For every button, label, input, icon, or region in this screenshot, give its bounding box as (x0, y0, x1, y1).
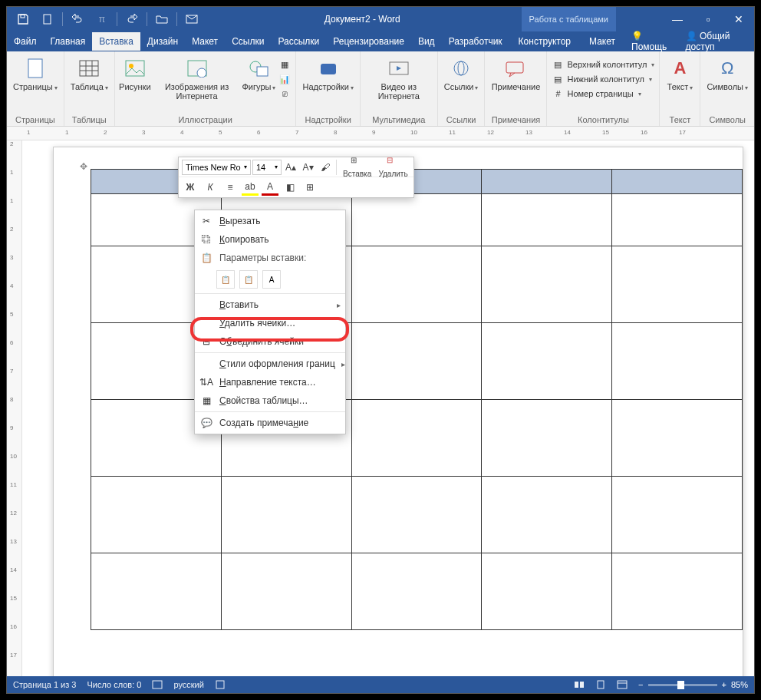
tab-design[interactable]: Дизайн (140, 32, 185, 51)
pi-icon[interactable]: π (91, 8, 114, 30)
tab-references[interactable]: Ссылки (225, 32, 271, 51)
vertical-ruler[interactable]: 2112345678910111213141516171819 (7, 140, 22, 676)
svg-point-12 (197, 68, 206, 78)
align-button[interactable]: ≡ (222, 179, 239, 196)
footer-label: Нижний колонтитул (567, 74, 644, 84)
pages-button[interactable]: Страницы (10, 54, 61, 94)
table-icon (78, 59, 100, 78)
status-words[interactable]: Число слов: 0 (87, 680, 141, 689)
ctx-delete-cells[interactable]: Удалить ячейки… (195, 314, 345, 332)
undo-icon[interactable] (66, 8, 89, 30)
pagenum-button[interactable]: #Номер страницы (550, 87, 656, 101)
tab-file[interactable]: Файл (7, 32, 44, 51)
zoom-level[interactable]: 85% (731, 680, 748, 689)
pictures-button[interactable]: Рисунки (118, 54, 152, 93)
ctx-new-comment[interactable]: 💬Создать примечание (195, 414, 345, 432)
save-icon[interactable] (12, 8, 35, 30)
tab-view[interactable]: Вид (411, 32, 442, 51)
online-video-button[interactable]: Видео из Интернета (364, 54, 434, 102)
tab-layout[interactable]: Макет (185, 32, 225, 51)
screenshot-button[interactable]: ⎚ (277, 87, 292, 101)
zoom-slider[interactable] (648, 684, 717, 686)
italic-button[interactable]: К (202, 179, 219, 196)
view-web-layout[interactable] (617, 679, 628, 690)
table-row[interactable] (91, 553, 743, 630)
symbols-button[interactable]: Ω Символы (703, 54, 751, 94)
new-icon[interactable] (36, 8, 59, 30)
bold-button[interactable]: Ж (182, 179, 199, 196)
ctx-paste-label: Параметры вставки: (219, 253, 341, 263)
table-row[interactable] (91, 477, 743, 553)
document-page[interactable]: ✥ (53, 147, 743, 676)
status-spell[interactable] (152, 679, 163, 690)
ctx-insert[interactable]: Вставить (195, 296, 345, 314)
view-print-layout[interactable] (595, 679, 606, 690)
text-button[interactable]: A Текст (663, 54, 697, 94)
share-label: Общий доступ (686, 31, 730, 52)
ctx-border-styles[interactable]: Стили оформления границ (195, 355, 345, 373)
paste-icon: 📋 (199, 251, 213, 265)
status-page[interactable]: Страница 1 из 3 (13, 680, 76, 689)
paste-text-only[interactable]: A (262, 270, 281, 289)
table-row[interactable] (91, 194, 743, 246)
tab-table-design[interactable]: Конструктор (509, 32, 580, 51)
addins-button[interactable]: Надстройки (299, 54, 356, 94)
shapes-button[interactable]: Фигуры (242, 54, 275, 94)
header-button[interactable]: ▤Верхний колонтитул (550, 58, 656, 71)
group-illustrations: Рисунки Изображения из Интернета Фигуры … (115, 51, 297, 126)
group-pages-label: Страницы (15, 114, 55, 126)
ctx-cut[interactable]: ✂Вырезать (195, 212, 345, 230)
tab-mailings[interactable]: Рассылки (271, 32, 326, 51)
horizontal-ruler[interactable]: 11234567891011121314151617 (7, 127, 754, 140)
table-tools-label: Работа с таблицами (522, 7, 616, 31)
tab-home[interactable]: Главная (44, 32, 93, 51)
ctx-copy[interactable]: ⿻Копировать (195, 230, 345, 249)
zoom-out[interactable]: − (638, 680, 643, 689)
shrink-font-button[interactable]: A▾ (300, 159, 315, 176)
ctx-text-direction[interactable]: ⇅AНаправление текста… (195, 373, 345, 391)
comment-button[interactable]: Примечание (488, 54, 543, 93)
ctx-merge-cells[interactable]: ⊟Объединить ячейки (195, 332, 345, 351)
redo-icon[interactable] (120, 8, 143, 30)
paste-keep-source[interactable]: 📋 (216, 270, 235, 289)
mini-delete-button[interactable]: ⊟Удалить (376, 155, 410, 179)
table-row[interactable] (91, 400, 743, 477)
font-combo[interactable]: Times New Ro▾ (182, 160, 251, 175)
table-row[interactable] (91, 323, 743, 400)
ctx-table-properties[interactable]: ▦Свойства таблицы… (195, 391, 345, 410)
table-row[interactable] (91, 246, 743, 323)
table-button[interactable]: Таблица (68, 54, 111, 94)
font-color-button[interactable]: A (262, 179, 278, 196)
status-language[interactable]: русский (173, 680, 203, 689)
links-button[interactable]: Ссылки (441, 54, 482, 94)
zoom-in[interactable]: + (722, 680, 726, 689)
video-label: Видео из Интернета (367, 81, 431, 101)
font-size-combo[interactable]: 14▾ (252, 160, 282, 175)
paste-merge[interactable]: 📋 (239, 270, 258, 289)
smartart-button[interactable]: ▦ (277, 58, 292, 71)
tab-review[interactable]: Рецензирование (326, 32, 411, 51)
format-painter-button[interactable]: 🖌 (318, 159, 333, 176)
open-icon[interactable] (150, 8, 173, 30)
tab-insert[interactable]: Вставка (92, 32, 140, 51)
borders-button[interactable]: ⊞ (301, 179, 318, 196)
view-read-mode[interactable] (574, 679, 585, 690)
footer-button[interactable]: ▤Нижний колонтитул (550, 72, 656, 86)
online-pictures-button[interactable]: Изображения из Интернета (153, 54, 241, 102)
font-size: 14 (256, 163, 265, 172)
grow-font-button[interactable]: A▴ (283, 159, 298, 176)
shapes-icon (248, 59, 269, 78)
highlight-button[interactable]: ab (242, 179, 259, 196)
tab-developer[interactable]: Разработчик (442, 32, 509, 51)
document-table[interactable] (91, 169, 743, 630)
email-icon[interactable] (180, 8, 203, 30)
group-illustrations-label: Иллюстрации (178, 114, 232, 126)
shading-button[interactable]: ◧ (282, 179, 298, 196)
chart-button[interactable]: 📊 (277, 72, 292, 86)
table-anchor-icon[interactable]: ✥ (80, 161, 87, 172)
tab-table-layout[interactable]: Макет (580, 32, 624, 51)
svg-rect-23 (575, 682, 578, 688)
group-tables: Таблица Таблицы (64, 51, 115, 126)
mini-insert-button[interactable]: ⊞Вставка (340, 155, 374, 179)
status-macros[interactable] (215, 679, 226, 690)
